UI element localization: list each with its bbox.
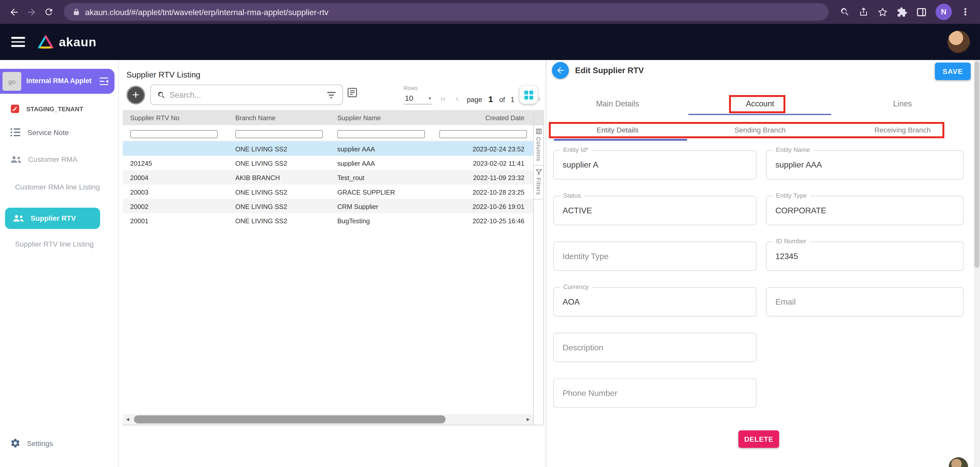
table-header: Supplier RTV No Branch Name Supplier Nam…: [123, 110, 533, 125]
subtab-entity-details[interactable]: Entity Details: [546, 122, 689, 139]
back-button[interactable]: [552, 62, 569, 79]
filter-row: [123, 125, 533, 141]
currency-field[interactable]: Currency AOA: [553, 287, 757, 317]
cell-created: 2023-02-24 23:52: [432, 145, 533, 152]
saved-list-icon[interactable]: [347, 87, 358, 101]
sidebar-item-supplier-rtv-line-listing[interactable]: Supplier RTV line Listing: [15, 240, 94, 248]
description-field[interactable]: Description: [553, 333, 757, 362]
field-label: Identity Type: [563, 242, 609, 270]
sidebar-item-customer-rma-line-listing[interactable]: Customer RMA line Listing: [15, 183, 100, 191]
sidebar-item-settings[interactable]: Settings: [10, 438, 53, 449]
filter-list-icon[interactable]: [327, 91, 336, 98]
filter-input-created[interactable]: [439, 130, 527, 138]
current-page: 1: [488, 94, 493, 104]
browser-forward-button[interactable]: [22, 3, 40, 21]
identity-type-field[interactable]: Identity Type: [553, 241, 757, 271]
browser-back-button[interactable]: [5, 3, 22, 21]
field-label: Phone Number: [563, 379, 617, 407]
email-field[interactable]: Email: [766, 287, 964, 317]
save-button[interactable]: SAVE: [935, 63, 970, 80]
search-input[interactable]: [170, 90, 323, 99]
scrollbar-track[interactable]: [132, 414, 523, 425]
phone-number-field[interactable]: Phone Number: [553, 378, 757, 408]
sidebar: go Internal RMA Applet STAGING_TENANT Se…: [0, 60, 119, 467]
filter-input-supplier[interactable]: [337, 130, 425, 138]
people-icon: [10, 155, 22, 164]
rows-value: 10: [405, 94, 413, 103]
grid-view-button[interactable]: [519, 86, 538, 104]
scrollbar-thumb[interactable]: [134, 415, 445, 424]
cell-created: 2022-10-28 23:25: [432, 188, 533, 195]
rows-per-page-select[interactable]: 10 ▾: [404, 92, 433, 104]
columns-toggle[interactable]: Columns: [534, 125, 543, 166]
editor-title: Edit Supplier RTV: [575, 66, 644, 75]
filters-label: Filters: [535, 178, 541, 195]
subtab-sending-branch[interactable]: Sending Branch: [689, 122, 831, 139]
scroll-right-icon[interactable]: ►: [523, 417, 533, 422]
horizontal-scrollbar[interactable]: ◄ ►: [123, 414, 533, 425]
sidebar-item-supplier-rtv[interactable]: Supplier RTV: [5, 208, 100, 229]
table-row[interactable]: 20004 AKIB BRANCH Test_rout 2022-11-09 2…: [123, 170, 533, 184]
delete-button[interactable]: DELETE: [738, 430, 779, 448]
status-field[interactable]: Status ACTIVE: [553, 196, 757, 225]
entity-id-field[interactable]: Entity Id* supplier A: [553, 150, 757, 179]
search-icon[interactable]: [840, 7, 850, 17]
field-value: CORPORATE: [775, 196, 826, 224]
entity-name-field[interactable]: Entity Name supplier AAA: [766, 150, 964, 179]
reload-icon: [44, 7, 54, 17]
side-panel-icon[interactable]: [916, 6, 927, 17]
table-row[interactable]: 20003 ONE LIVING SS2 GRACE SUPPLIER 2022…: [123, 184, 533, 199]
search-icon: [157, 90, 166, 99]
tenant-icon: [10, 104, 20, 114]
scroll-left-icon[interactable]: ◄: [123, 417, 132, 422]
bookmark-star-icon[interactable]: [877, 6, 888, 17]
id-number-field[interactable]: ID Number 12345: [766, 241, 964, 271]
entity-type-field[interactable]: Entity Type CORPORATE: [766, 196, 964, 225]
filter-input-rtv-no[interactable]: [130, 130, 218, 138]
sidebar-item-service-note[interactable]: Service Note: [10, 128, 69, 137]
gear-icon: [10, 438, 21, 449]
applet-label: Internal RMA Applet: [26, 77, 93, 86]
table-row[interactable]: 20002 ONE LIVING SS2 CRM Supplier 2022-1…: [123, 199, 533, 213]
table-row[interactable]: ONE LIVING SS2 supplier AAA 2023-02-24 2…: [123, 141, 533, 156]
hamburger-menu-icon[interactable]: [11, 37, 25, 47]
column-header[interactable]: Supplier RTV No: [123, 114, 228, 121]
user-avatar[interactable]: [948, 31, 970, 53]
search-box: [150, 84, 343, 105]
tab-account[interactable]: Account: [689, 94, 831, 114]
previous-page-icon[interactable]: [453, 95, 461, 103]
cell-supplier: supplier AAA: [330, 159, 432, 167]
column-header[interactable]: Created Date: [432, 114, 533, 121]
address-bar[interactable]: akaun.cloud/#/applet/tnt/wavelet/erp/int…: [64, 3, 829, 21]
browser-reload-button[interactable]: [40, 3, 57, 21]
sidebar-item-label: Customer RMA line Listing: [15, 183, 100, 191]
sidebar-item-customer-rma[interactable]: Customer RMA: [10, 155, 77, 164]
tab-lines[interactable]: Lines: [831, 94, 974, 114]
table-row[interactable]: 20001 ONE LIVING SS2 BugTesting 2022-10-…: [123, 213, 533, 228]
filters-toggle[interactable]: Filters: [534, 166, 543, 200]
browser-menu-icon[interactable]: ⋮: [961, 6, 970, 17]
field-value: supplier A: [563, 151, 598, 179]
extensions-puzzle-icon[interactable]: [897, 6, 908, 17]
cell-rtv-no: 20003: [123, 188, 228, 195]
tab-main-details[interactable]: Main Details: [546, 94, 689, 114]
menu-collapse-icon[interactable]: [98, 77, 110, 86]
vertical-scrollbar[interactable]: [974, 60, 980, 467]
column-header[interactable]: Supplier Name: [330, 114, 432, 121]
add-button[interactable]: +: [126, 86, 145, 104]
first-page-icon[interactable]: [439, 95, 447, 103]
share-icon[interactable]: [859, 7, 869, 17]
subtab-receiving-branch[interactable]: Receiving Branch: [831, 122, 974, 139]
field-label: Email: [775, 288, 796, 316]
brand-logo: akaun: [38, 35, 97, 49]
scrollbar-thumb[interactable]: [974, 61, 980, 268]
table-row[interactable]: 201245 ONE LIVING SS2 supplier AAA 2023-…: [123, 156, 533, 170]
browser-profile-badge[interactable]: N: [935, 4, 952, 20]
filter-input-branch[interactable]: [235, 130, 323, 138]
rows-label: Rows: [404, 85, 433, 91]
browser-toolbar: akaun.cloud/#/applet/tnt/wavelet/erp/int…: [0, 0, 980, 24]
sidebar-item-tenant[interactable]: STAGING_TENANT: [10, 104, 83, 114]
sidebar-item-internal-rma-applet[interactable]: go Internal RMA Applet: [0, 69, 115, 94]
column-header[interactable]: Branch Name: [228, 114, 330, 121]
rows-per-page: Rows 10 ▾: [404, 85, 433, 105]
